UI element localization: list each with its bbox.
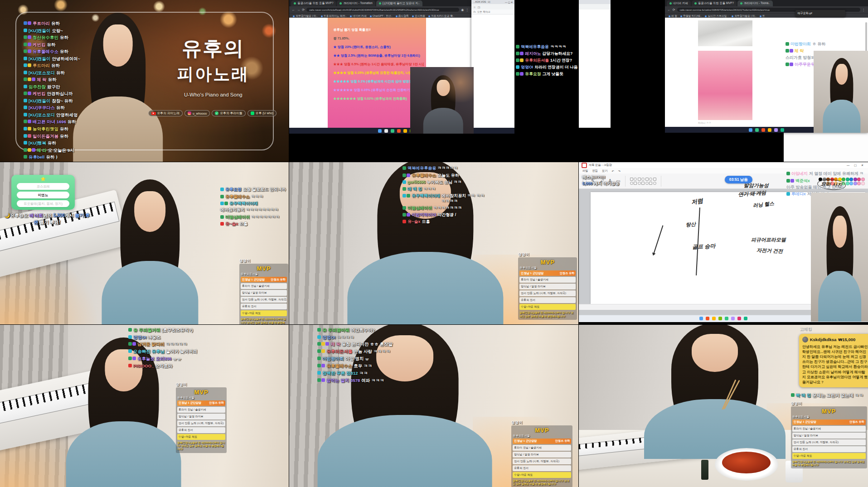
menu-view[interactable]: 보기 bbox=[602, 169, 608, 173]
taskbar-icon[interactable] bbox=[737, 317, 741, 320]
chat-nickname: 맥북에유후쏨용 bbox=[521, 44, 549, 49]
chat-badges bbox=[516, 51, 524, 55]
taskbar-icon[interactable] bbox=[384, 129, 388, 133]
chat-message: 멍멍OI 차라리 연장권이 더 나음 bbox=[516, 65, 578, 70]
profile-icon[interactable]: ◉ bbox=[461, 8, 464, 12]
subscriber-badge-icon bbox=[24, 21, 27, 25]
mvp-row: 수방~야옹 제도 bbox=[177, 434, 225, 440]
subscriber-badge-icon bbox=[516, 45, 519, 48]
stream-logo: 유후의 피아노래 U-Who's Piano and Song bbox=[159, 35, 267, 97]
poll-option[interactable]: 코스프레 bbox=[17, 183, 69, 190]
taskbar-icon[interactable] bbox=[378, 129, 382, 133]
chat-badges bbox=[24, 148, 35, 152]
chat-message: 오송빠진 유후님 놀어가 늦어버려 bbox=[128, 349, 217, 354]
menu-icon[interactable]: ⋮ bbox=[862, 8, 865, 12]
mvp-footer: 얼목/고정닉님들은 한 새(500캐시)부터 입니다! 보내고 싶은 일위표 바… bbox=[513, 479, 571, 486]
taskbar-icon[interactable] bbox=[744, 317, 747, 320]
chat-nickname: 케빈킴 bbox=[33, 42, 46, 48]
chat-message: 맥북에유후쏨용 ㅋㅋㅋㅋㅋ bbox=[402, 166, 486, 171]
browser-tab[interactable]: 크리에이터 - Toonation bbox=[337, 0, 375, 6]
reload-icon[interactable]: ⟳ bbox=[302, 8, 305, 12]
subscriber-badge-icon bbox=[224, 202, 228, 205]
browser-tab[interactable]: 동글스타를 위한 돈톨 MVP? bbox=[692, 0, 737, 6]
taskbar-icon[interactable] bbox=[699, 317, 703, 320]
secondary-bookmarks: 🗀 모든 북마크 bbox=[471, 10, 514, 14]
all-bookmarks-label[interactable]: 모든 북마크 bbox=[477, 10, 490, 14]
poll-option[interactable]: 미연뇨 bbox=[17, 192, 69, 198]
redo-icon[interactable]: ↷ bbox=[618, 169, 621, 173]
chat-message: 유후쭐레수소 흐우 ㅋㅋ bbox=[317, 363, 412, 369]
taskbar-icon[interactable] bbox=[755, 128, 759, 132]
taskbar-icon[interactable] bbox=[749, 128, 752, 132]
handwriting-word: 골프 승마 bbox=[692, 242, 715, 251]
subscriber-badge-icon bbox=[28, 148, 31, 152]
raffle-odds-line: ★★ 당첨 2.5% (원하는 BGM송출, 유후님마당 1만 6초짜리) bbox=[333, 53, 424, 58]
menu-icon[interactable]: ⋮ bbox=[466, 8, 469, 12]
poll-option[interactable]: 유오팔래(몸치, 몸체, 장기) bbox=[17, 200, 69, 207]
browser-tab[interactable]: (선대)함께 올리고 싶은데 지.. bbox=[376, 0, 422, 6]
window-controls[interactable]: — ▢ ✕ bbox=[847, 164, 865, 167]
taskbar-icon[interactable] bbox=[718, 317, 722, 320]
chat-text: 유하 bbox=[68, 119, 76, 125]
taskbar-icon[interactable] bbox=[712, 317, 716, 320]
browser-tab[interactable]: 동글스타를 위한 돈톨 MVP? bbox=[291, 0, 336, 6]
chat-text: 참참~ 유하 bbox=[52, 98, 73, 104]
menu-file[interactable]: 파일 bbox=[582, 169, 588, 173]
taskbar-icon[interactable] bbox=[706, 317, 709, 320]
subscriber-badge-icon bbox=[24, 77, 27, 81]
reload-icon[interactable]: ⟳ bbox=[673, 8, 675, 12]
chat-message: 유후bell 유하ㅏ bbox=[24, 154, 155, 160]
chat-badges bbox=[317, 363, 325, 367]
browser-tab[interactable]: 네이버 카페 bbox=[667, 0, 691, 6]
chat-text: ㅋㅋㅋㅋㅋㅋㅋ bbox=[251, 215, 280, 220]
taskbar-icon[interactable] bbox=[774, 128, 778, 132]
caption-segment: 캐시 먹기방송 bbox=[594, 181, 620, 186]
cell-mukbang: 고제킹 Kskdjdkdksa ₩15,000 안녕하세요 유후님 저는 레전드… bbox=[579, 325, 868, 487]
raffle-odds-line: 유후님 뽑기 당첨 확률표!! bbox=[333, 28, 424, 32]
post-image-1[interactable] bbox=[698, 20, 752, 46]
chat-message: [KU]포소포디 유하 bbox=[24, 70, 155, 76]
back-icon[interactable]: ← bbox=[292, 8, 295, 11]
chat-badges bbox=[128, 328, 132, 332]
chat-message: 루드마리 유하 bbox=[24, 63, 155, 68]
browser-tab[interactable]: 크리에이터 - Toona.. bbox=[737, 0, 773, 6]
raffle-odds-line: ★ 당첨 23% (팬아트, 응원소리, 쇼콜릿) bbox=[333, 45, 424, 49]
chat-badges bbox=[24, 154, 27, 159]
taskbar-icon[interactable] bbox=[761, 128, 765, 132]
chat-nickname: 유후늘보 오리836 bbox=[137, 356, 172, 362]
chat-badges bbox=[402, 166, 406, 170]
subscriber-badge-icon bbox=[24, 106, 27, 109]
chat-badges bbox=[24, 119, 31, 123]
undo-icon[interactable]: ↶ bbox=[611, 169, 614, 173]
chat-nickname: 유후요정 bbox=[225, 187, 242, 193]
taskbar-icon[interactable] bbox=[731, 317, 735, 320]
taskbar-icon[interactable] bbox=[781, 128, 784, 132]
chat-nickname: [KU]쿠쿠다스 bbox=[29, 105, 55, 111]
taskbar-icon[interactable] bbox=[725, 317, 728, 320]
star-icon[interactable]: ☆ bbox=[473, 5, 475, 9]
chat-text: 으흥 bbox=[239, 222, 247, 227]
forward-icon[interactable]: → bbox=[297, 8, 300, 11]
taskbar-icon[interactable] bbox=[403, 129, 407, 133]
subscriber-badge-icon bbox=[24, 120, 27, 123]
chat-text: 유하 bbox=[60, 126, 68, 132]
chat-nickname: 유후의돈셔틀 bbox=[326, 349, 352, 354]
window-controls[interactable]: — ▢ ✕ bbox=[505, 1, 513, 4]
chat-badges bbox=[516, 72, 524, 76]
chat-text: 문제는 그런거 없는데 ㅋㅋ bbox=[812, 393, 863, 398]
subscriber-badge-icon bbox=[520, 72, 524, 76]
taskbar-icon[interactable] bbox=[768, 128, 771, 132]
cell-cafe-browser: 네이버 카페 동글스타를 위한 돈톨 MVP? 크리에이터 - Toona.. … bbox=[579, 0, 868, 162]
taskbar-icon[interactable] bbox=[397, 129, 401, 133]
post-image-2[interactable] bbox=[698, 51, 752, 120]
back-icon[interactable]: ← bbox=[668, 8, 671, 11]
url-bar[interactable]: cafe.naver.com/ArticleRead.nhn%3Fclubid%… bbox=[306, 8, 459, 12]
subscriber-badge-icon bbox=[786, 192, 790, 196]
taskbar-icon[interactable] bbox=[391, 129, 394, 133]
cell-closeup: 맥북에유후쏨용 ㅋㅋㅋㅋㅋ 유후쭐레수소 오늘도 유하 gurli5695 누가… bbox=[289, 162, 578, 324]
chat-nickname: 케빈킴 bbox=[33, 91, 46, 96]
image-caption: 저라니 ㅋㅋ bbox=[698, 121, 711, 125]
extension-icon[interactable]: ◳ bbox=[478, 5, 480, 9]
chat-message: PISIOOO_ 순자효와 bbox=[128, 363, 217, 369]
menu-edit[interactable]: 편집 bbox=[592, 169, 598, 173]
